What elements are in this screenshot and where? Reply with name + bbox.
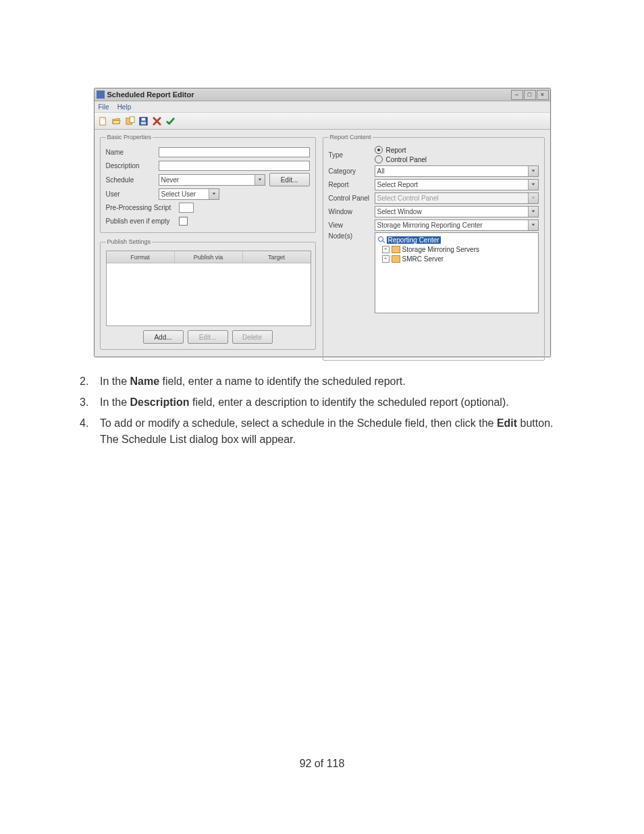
col-format[interactable]: Format — [107, 251, 175, 263]
instruction-2: 2. In the Name field, enter a name to id… — [95, 373, 567, 389]
delete-icon[interactable] — [151, 115, 163, 127]
chevron-down-icon — [528, 166, 538, 176]
publish-settings-group: Publish Settings Format Publish via Targ… — [100, 238, 316, 350]
expand-icon[interactable]: + — [382, 246, 390, 253]
report-value: Select Report — [377, 181, 419, 188]
radio-icon — [375, 146, 383, 154]
menu-help[interactable]: Help — [117, 103, 132, 111]
toolbar — [95, 113, 550, 130]
folder-icon — [392, 255, 400, 263]
tree-root[interactable]: Reporting Center — [378, 235, 535, 244]
nodes-tree[interactable]: Reporting Center + Storage Mirroring Ser… — [375, 232, 539, 313]
control-panel-label: Control Panel — [329, 194, 375, 202]
report-label: Report — [329, 181, 375, 188]
report-select[interactable]: Select Report — [375, 179, 539, 190]
basic-properties-legend: Basic Properties — [106, 134, 153, 140]
control-panel-select: Select Control Panel — [375, 192, 539, 204]
chevron-down-icon — [528, 220, 538, 230]
col-publish-via[interactable]: Publish via — [175, 251, 243, 263]
type-report-label: Report — [386, 147, 406, 154]
instruction-list: 2. In the Name field, enter a name to id… — [77, 373, 567, 447]
title-bar: Scheduled Report Editor – □ × — [95, 88, 550, 101]
folder-icon — [392, 246, 400, 253]
publish-even-if-empty-label: Publish even if empty — [106, 217, 179, 225]
svg-rect-5 — [141, 122, 146, 124]
window-select[interactable]: Select Window — [375, 206, 539, 217]
view-label: View — [329, 221, 375, 229]
publish-even-if-empty-checkbox[interactable] — [179, 217, 188, 226]
publish-edit-button[interactable]: Edit... — [188, 330, 228, 344]
chevron-down-icon — [528, 193, 538, 203]
expand-icon[interactable]: + — [382, 255, 390, 263]
type-report-radio[interactable]: Report — [375, 146, 427, 154]
chevron-down-icon — [209, 189, 219, 199]
schedule-edit-button[interactable]: Edit... — [269, 173, 310, 186]
publish-table: Format Publish via Target — [106, 251, 311, 326]
description-label: Description — [106, 162, 159, 170]
window-title: Scheduled Report Editor — [107, 90, 194, 99]
report-content-legend: Report Content — [329, 134, 373, 140]
app-icon — [97, 90, 105, 99]
view-select[interactable]: Storage Mirroring Reporting Center — [375, 219, 539, 231]
save-as-icon[interactable] — [124, 115, 136, 127]
scheduled-report-editor-window: Scheduled Report Editor – □ × File Help — [94, 88, 551, 357]
instruction-4: 4. To add or modify a schedule, select a… — [95, 415, 567, 446]
maximize-button[interactable]: □ — [524, 90, 536, 100]
type-label: Type — [329, 151, 375, 159]
tree-child-2[interactable]: + SMRC Server — [378, 254, 535, 263]
publish-delete-button[interactable]: Delete — [232, 330, 273, 344]
report-content-group: Report Content Type Report Control Panel — [323, 134, 545, 361]
pps-input[interactable] — [179, 203, 194, 213]
category-select[interactable]: All — [375, 165, 539, 177]
open-icon[interactable] — [111, 115, 123, 127]
close-button[interactable]: × — [537, 90, 549, 100]
new-icon[interactable] — [97, 115, 109, 127]
control-panel-value: Select Control Panel — [377, 194, 439, 202]
menu-bar: File Help — [95, 101, 550, 113]
col-target[interactable]: Target — [243, 251, 311, 263]
category-label: Category — [329, 167, 375, 175]
name-input[interactable] — [159, 147, 310, 157]
type-control-panel-radio[interactable]: Control Panel — [375, 155, 427, 163]
publish-settings-legend: Publish Settings — [106, 238, 153, 245]
confirm-icon[interactable] — [165, 115, 177, 127]
save-icon[interactable] — [138, 115, 150, 127]
schedule-value: Never — [161, 176, 180, 184]
radio-icon — [375, 155, 383, 163]
chevron-down-icon — [528, 207, 538, 217]
category-value: All — [377, 167, 385, 175]
window-label: Window — [329, 208, 375, 215]
basic-properties-group: Basic Properties Name Description Schedu… — [100, 134, 316, 233]
schedule-label: Schedule — [106, 176, 159, 184]
publish-add-button[interactable]: Add... — [143, 330, 184, 344]
nodes-label: Node(s) — [329, 232, 375, 240]
view-value: Storage Mirroring Reporting Center — [377, 221, 483, 229]
chevron-down-icon — [528, 180, 538, 190]
instruction-3: 3. In the Description field, enter a des… — [95, 394, 567, 410]
pps-label: Pre-Processing Script — [106, 204, 179, 211]
minimize-button[interactable]: – — [511, 90, 523, 100]
type-control-panel-label: Control Panel — [386, 156, 427, 163]
window-value: Select Window — [377, 208, 422, 215]
page-number: 92 of 118 — [0, 758, 644, 770]
tree-child-1[interactable]: + Storage Mirroring Servers — [378, 244, 535, 254]
name-label: Name — [106, 149, 159, 156]
chevron-down-icon — [254, 175, 265, 185]
svg-rect-4 — [142, 118, 146, 120]
svg-rect-2 — [130, 116, 135, 122]
user-label: User — [106, 190, 159, 198]
user-value: Select User — [161, 190, 196, 198]
schedule-select[interactable]: Never — [159, 174, 265, 186]
menu-file[interactable]: File — [99, 103, 109, 111]
description-input[interactable] — [159, 161, 310, 171]
search-icon — [378, 236, 385, 243]
user-select[interactable]: Select User — [159, 188, 219, 200]
